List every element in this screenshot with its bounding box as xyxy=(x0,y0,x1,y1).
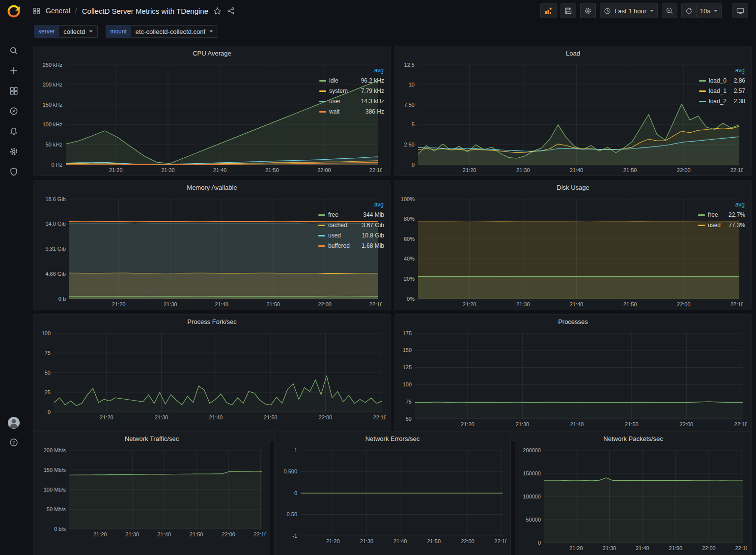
legend-item-user[interactable]: user14.3 kHz xyxy=(319,98,384,105)
breadcrumb-separator: / xyxy=(75,7,77,15)
series-name: load_1 xyxy=(709,88,727,94)
sidebar-item-explore[interactable] xyxy=(7,105,20,117)
legend-item-free[interactable]: free344 Mib xyxy=(318,211,384,218)
svg-text:50 kHz: 50 kHz xyxy=(46,142,62,147)
series-color-dash xyxy=(319,101,326,102)
sidebar-item-alerting[interactable] xyxy=(7,125,20,138)
series-name: wait xyxy=(329,108,339,115)
legend-item-buffered[interactable]: buffered1.68 Mib xyxy=(318,242,384,249)
chart-canvas[interactable]: 02.5057.501012.521:2021:3021:4021:5022:0… xyxy=(399,60,743,175)
svg-text:21:20: 21:20 xyxy=(463,301,476,307)
network-errors-chart[interactable]: -1-0.5000.500121:2021:3021:4021:5022:002… xyxy=(279,445,506,553)
chart-canvas[interactable]: 0%20%40%60%80%100%21:2021:3021:4021:5022… xyxy=(399,194,743,309)
legend-item-free[interactable]: free22.7% xyxy=(698,211,745,218)
sidebar-item-create[interactable] xyxy=(7,64,20,77)
add-panel-button[interactable] xyxy=(540,3,557,18)
user-profile-button[interactable] xyxy=(7,416,20,429)
time-picker-button[interactable]: Last 1 hour xyxy=(600,3,658,18)
panel-title[interactable]: Processes xyxy=(395,315,751,328)
svg-text:-1: -1 xyxy=(292,533,297,539)
kiosk-mode-button[interactable] xyxy=(732,3,748,18)
network-packets-chart[interactable]: 05000010000015000020000021:2021:3021:402… xyxy=(519,445,747,553)
chart-canvas[interactable]: 507510012515017521:2021:3021:4021:5022:0… xyxy=(399,328,747,429)
legend-avg-header[interactable]: avg xyxy=(319,67,384,74)
panel-title[interactable]: Disk Usage xyxy=(395,180,751,194)
page-title[interactable]: CollectD Server Metrics with TDengine xyxy=(82,7,208,15)
chart-canvas[interactable]: 025507510021:2021:3021:4021:5022:0022:10 xyxy=(38,328,386,422)
legend-avg-header[interactable]: avg xyxy=(698,201,745,208)
legend-item-used[interactable]: used10.8 Gib xyxy=(318,232,384,239)
apps-grid-icon xyxy=(32,7,41,15)
panel-disk-usage: Disk Usage 0%20%40%60%80%100%21:2021:302… xyxy=(394,180,752,310)
star-icon xyxy=(213,7,222,15)
share-dashboard-button[interactable] xyxy=(226,7,235,15)
sidebar-item-server-admin[interactable] xyxy=(7,165,20,178)
series-avg-value: 22.7% xyxy=(728,211,745,218)
series-color-dash xyxy=(318,225,325,226)
legend-item-used[interactable]: used77.3% xyxy=(698,222,745,229)
legend-avg-header[interactable]: avg xyxy=(699,67,745,74)
memory-available-chart[interactable]: 0 b4.66 Gib9.31 Gib14.0 Gib18.6 Gib21:20… xyxy=(38,194,316,309)
legend-item-load_2[interactable]: load_22.38 xyxy=(699,98,745,105)
svg-text:21:20: 21:20 xyxy=(463,167,476,173)
svg-text:21:50: 21:50 xyxy=(265,167,279,173)
refresh-dashboard-button[interactable] xyxy=(681,3,696,18)
svg-text:21:30: 21:30 xyxy=(164,301,177,307)
legend-item-system[interactable]: system7.79 kHz xyxy=(319,88,384,94)
grafana-logo[interactable] xyxy=(0,0,28,23)
breadcrumb-folder[interactable]: General xyxy=(46,7,70,15)
panel-title[interactable]: Memory Available xyxy=(34,180,390,194)
chart-canvas[interactable]: -1-0.5000.500121:2021:3021:4021:5022:002… xyxy=(279,445,506,546)
legend-item-load_1[interactable]: load_12.57 xyxy=(699,88,745,94)
series-avg-value: 7.79 kHz xyxy=(361,88,384,94)
panel-title[interactable]: CPU Average xyxy=(34,46,390,60)
svg-text:100000: 100000 xyxy=(523,494,541,499)
processes-chart[interactable]: 507510012515017521:2021:3021:4021:5022:0… xyxy=(399,328,747,429)
save-dashboard-button[interactable] xyxy=(560,3,576,18)
legend-item-wait[interactable]: wait386 Hz xyxy=(319,108,384,115)
sidebar-item-configuration[interactable] xyxy=(7,145,20,158)
load-chart[interactable]: 02.5057.501012.521:2021:3021:4021:5022:0… xyxy=(399,60,697,175)
zoom-out-time-button[interactable] xyxy=(662,3,677,18)
panel-title[interactable]: Process Fork/sec xyxy=(34,315,390,328)
chevron-down-icon xyxy=(209,30,213,32)
refresh-icon xyxy=(685,7,693,15)
panel-processes: Processes 507510012515017521:2021:3021:4… xyxy=(394,314,752,441)
panel-title[interactable]: Network Packets/sec xyxy=(515,432,751,445)
legend-item-idle[interactable]: idle96.2 kHz xyxy=(319,77,384,84)
panel-title[interactable]: Network Errors/sec xyxy=(275,432,510,445)
panel-title[interactable]: Network Traffic/sec xyxy=(34,432,270,445)
svg-text:21:40: 21:40 xyxy=(213,167,227,173)
svg-text:50 Mb/s: 50 Mb/s xyxy=(47,506,66,512)
svg-text:5: 5 xyxy=(412,121,415,127)
panel-title[interactable]: Load xyxy=(395,46,751,60)
series-name: load_0 xyxy=(709,77,727,84)
svg-text:?: ? xyxy=(12,439,15,445)
chevron-down-icon xyxy=(89,30,93,32)
svg-text:150 kHz: 150 kHz xyxy=(43,102,62,108)
series-name: free xyxy=(328,211,338,218)
svg-text:100%: 100% xyxy=(401,196,415,202)
process-fork-chart[interactable]: 025507510021:2021:3021:4021:5022:0022:10 xyxy=(38,328,386,429)
network-traffic-chart[interactable]: 0 b/s50 Mb/s100 Mb/s150 Mb/s200 Mb/s21:2… xyxy=(38,445,266,553)
sidebar-item-dashboards[interactable] xyxy=(7,85,20,97)
refresh-interval-button[interactable]: 10s xyxy=(696,3,722,18)
avatar xyxy=(7,416,20,429)
series-avg-value: 2.86 xyxy=(734,77,745,84)
series-name: cached xyxy=(328,222,347,229)
series-name: buffered xyxy=(328,242,350,249)
help-button[interactable]: ? xyxy=(7,436,20,449)
chart-canvas[interactable]: 0 b/s50 Mb/s100 Mb/s150 Mb/s200 Mb/s21:2… xyxy=(38,445,266,539)
dashboard-settings-button[interactable] xyxy=(580,3,596,18)
chart-canvas[interactable]: 05000010000015000020000021:2021:3021:402… xyxy=(519,445,747,553)
panel-network-packets: Network Packets/sec 05000010000015000020… xyxy=(515,431,752,555)
star-dashboard-button[interactable] xyxy=(213,7,222,15)
variable-server-dropdown[interactable]: server collectd xyxy=(34,25,98,38)
disk-usage-chart[interactable]: 0%20%40%60%80%100%21:2021:3021:4021:5022… xyxy=(399,194,696,309)
legend-item-cached[interactable]: cached3.67 Gib xyxy=(318,222,384,229)
variable-mount-dropdown[interactable]: mount etc-collectd-collectd.conf xyxy=(106,25,218,38)
legend-item-load_0[interactable]: load_02.86 xyxy=(699,77,745,84)
sidebar-item-search[interactable] xyxy=(7,44,20,57)
legend-avg-header[interactable]: avg xyxy=(318,201,384,208)
cpu-average-chart[interactable]: 0 Hz50 kHz100 kHz150 kHz200 kHz250 kHz21… xyxy=(38,60,317,175)
